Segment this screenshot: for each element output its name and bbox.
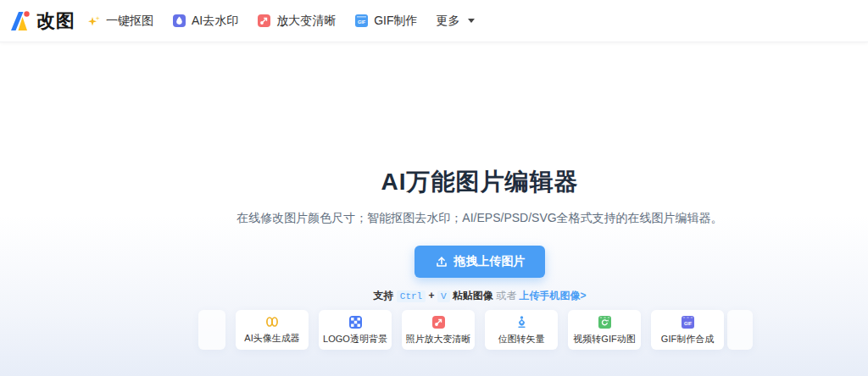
hero: AI万能图片编辑器 在线修改图片颜色尺寸；智能抠图去水印；AI/EPS/PSD/… bbox=[92, 42, 868, 303]
page-subtitle: 在线修改图片颜色尺寸；智能抠图去水印；AI/EPS/PSD/SVG全格式支持的在… bbox=[92, 211, 868, 226]
feature-card-bitmap-to-vector[interactable]: 位图转矢量 bbox=[485, 310, 558, 350]
feature-label: AI头像生成器 bbox=[244, 332, 299, 345]
tip-plus: + bbox=[429, 290, 435, 301]
feature-label: 照片放大变清晰 bbox=[406, 333, 471, 346]
feature-card-logo-transparent-bg[interactable]: LOGO透明背景 bbox=[319, 310, 392, 350]
tip-or-text: 或者 bbox=[496, 290, 516, 301]
gif-icon: GIF bbox=[354, 14, 369, 28]
nav-item-gif-maker[interactable]: GIF GIF制作 bbox=[354, 14, 417, 29]
nav-item-one-click-cutout[interactable]: 一键抠图 bbox=[87, 14, 153, 29]
nav-item-ai-watermark-remove[interactable]: AI去水印 bbox=[172, 14, 238, 29]
feature-card-row: AI头像生成器 LOGO透明背景 照片放大变清晰 bbox=[92, 310, 868, 350]
enlarge-icon bbox=[257, 14, 271, 28]
nav-item-more[interactable]: 更多 bbox=[437, 14, 475, 29]
tip-paste-text: 粘贴图像 bbox=[453, 290, 493, 301]
feature-label: 视频转GIF动图 bbox=[573, 333, 635, 346]
feature-label: 位图转矢量 bbox=[498, 333, 545, 346]
feature-card-avatar-generator[interactable]: AI头像生成器 bbox=[236, 310, 309, 350]
nav-label: AI去水印 bbox=[192, 14, 238, 29]
more-label: 更多 bbox=[437, 14, 460, 29]
nav-label: 一键抠图 bbox=[106, 14, 153, 29]
logo-text: 改图 bbox=[36, 8, 75, 34]
transparent-bg-icon bbox=[348, 315, 363, 329]
nav-label: 放大变清晰 bbox=[276, 14, 336, 29]
magic-wand-icon bbox=[87, 14, 101, 28]
upload-button-label: 拖拽上传图片 bbox=[454, 254, 526, 269]
main-section: AI万能图片编辑器 在线修改图片颜色尺寸；智能抠图去水印；AI/EPS/PSD/… bbox=[0, 42, 868, 376]
logo-icon bbox=[8, 8, 34, 34]
nav-label: GIF制作 bbox=[374, 14, 417, 29]
upload-icon bbox=[435, 255, 448, 268]
nav-item-enlarge-clarify[interactable]: 放大变清晰 bbox=[257, 14, 336, 29]
tip-prefix: 支持 bbox=[373, 290, 393, 301]
feature-card-video-to-gif[interactable]: 视频转GIF动图 bbox=[568, 310, 641, 350]
vector-pen-icon bbox=[515, 315, 529, 329]
header: 改图 一键抠图 AI去水印 放大变清晰 bbox=[0, 0, 868, 42]
gif-compose-icon: GIF bbox=[681, 315, 695, 329]
upload-mobile-link[interactable]: 上传手机图像> bbox=[520, 290, 587, 301]
feature-card-photo-enlarge[interactable]: 照片放大变清晰 bbox=[402, 310, 475, 350]
feature-card-gif-compose[interactable]: GIF GIF制作合成 bbox=[651, 310, 724, 350]
feature-label: GIF制作合成 bbox=[661, 333, 714, 346]
avatar-generator-icon bbox=[264, 315, 280, 329]
watermark-remove-icon bbox=[172, 14, 186, 28]
chevron-down-icon bbox=[468, 19, 475, 23]
paste-tip: 支持 Ctrl + V 粘贴图像 或者 上传手机图像> bbox=[92, 289, 868, 303]
upload-button[interactable]: 拖拽上传图片 bbox=[415, 246, 545, 278]
photo-enlarge-icon bbox=[431, 315, 446, 329]
main-nav: 一键抠图 AI去水印 放大变清晰 GIF GIF制作 bbox=[87, 14, 475, 29]
logo[interactable]: 改图 bbox=[8, 8, 75, 34]
video-to-gif-icon bbox=[598, 315, 612, 329]
svg-text:GIF: GIF bbox=[683, 321, 692, 326]
svg-text:GIF: GIF bbox=[358, 19, 366, 25]
v-key-badge: V bbox=[437, 290, 450, 302]
ctrl-key-badge: Ctrl bbox=[397, 290, 426, 302]
page-title: AI万能图片编辑器 bbox=[92, 166, 868, 198]
feature-label: LOGO透明背景 bbox=[323, 333, 387, 346]
